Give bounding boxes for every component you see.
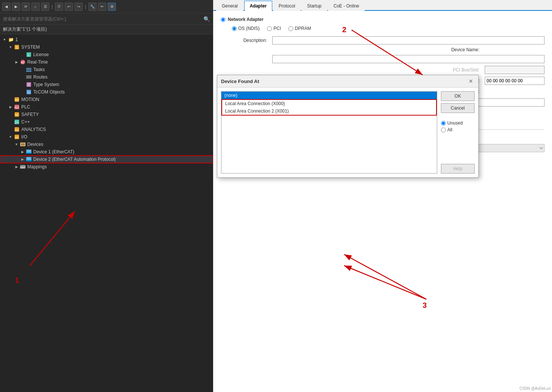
toolbar-redo[interactable]: ↪ [74, 3, 83, 11]
pci-option[interactable]: PCI [267, 26, 281, 31]
solution-title: 解决方案"1"(1 个项目) [3, 27, 47, 32]
all-radio[interactable] [441, 128, 446, 132]
solution-header: 解决方案"1"(1 个项目) [0, 25, 213, 34]
toolbar-settings[interactable]: ⚙ [108, 3, 116, 11]
tree-item-analytics[interactable]: ANA ANALYTICS [0, 126, 213, 133]
tab-coe-online[interactable]: CoE - Online [328, 1, 365, 11]
tree-icon-io: I/O [13, 134, 20, 140]
dialog-list-item-lac1[interactable]: Local Area Connection (X000) [221, 99, 437, 107]
toolbar-clock[interactable]: ⏱ [55, 3, 63, 11]
pci-bus-label: PCI Bus/Slot: [272, 67, 482, 73]
search-icon: 🔍 [203, 16, 210, 22]
tree-item-device2[interactable]: ▶ Device 2 (EtherCAT Automation Protocol… [0, 156, 213, 163]
toolbar-history[interactable]: ↩ [65, 3, 73, 11]
tree-item-io[interactable]: ▼ I/O I/O [0, 133, 213, 141]
dialog-cancel-button[interactable]: Cancel [441, 103, 475, 113]
dialog-list-item-lac2[interactable]: Local Area Connection 2 (X001) [221, 107, 437, 116]
tree-label-realtime: Real-Time [27, 59, 48, 65]
tree-icon-motion: MO [13, 97, 20, 102]
tree-item-cpp[interactable]: C++ C++ [0, 118, 213, 126]
tree-label-safety: SAFETY [21, 112, 39, 117]
unused-radio[interactable] [441, 121, 446, 126]
svg-text:MAP: MAP [20, 166, 26, 169]
svg-text:SF: SF [15, 114, 19, 116]
tree-item-tccom[interactable]: TC TcCOM Objects [0, 88, 213, 96]
tree-label-device1: Device 1 (EtherCAT) [33, 149, 74, 154]
search-input[interactable] [3, 16, 201, 22]
tree-icon-mappings: MAP [19, 164, 26, 170]
dialog-title-bar: Device Found At ✕ [217, 75, 478, 88]
tree-label-typesystem: Type System [33, 82, 59, 87]
svg-text:PLC: PLC [14, 106, 19, 109]
tree-arrow-root: ▼ [1, 38, 7, 42]
tab-general[interactable]: General [216, 1, 243, 11]
dialog-help-button[interactable]: Help [441, 164, 475, 174]
tree-arrow-system: ▼ [7, 45, 13, 49]
tree-label-mappings: Mappings [27, 164, 47, 169]
tree-item-root[interactable]: ▼ 📁 1 [0, 36, 213, 43]
toolbar-tools[interactable]: 🔧 [88, 3, 96, 11]
dpram-radio[interactable] [288, 26, 293, 31]
pci-radio[interactable] [267, 26, 272, 31]
pci-bus-input[interactable] [485, 66, 545, 74]
dialog-list-item-none[interactable]: (none) [221, 92, 437, 99]
os-ndis-option[interactable]: OS (NDIS) [232, 26, 260, 31]
tab-adapter[interactable]: Adapter [244, 1, 272, 11]
tree-item-devices[interactable]: ▼ Devices [0, 141, 213, 148]
svg-text:C++: C++ [14, 121, 19, 124]
toolbar-menu[interactable]: ☰ [41, 3, 49, 11]
tree-arrow-realtime: ▶ [13, 60, 19, 64]
tree-arrow-plc: ▶ [7, 105, 13, 109]
device-name-input[interactable] [272, 55, 545, 63]
svg-text:TC: TC [27, 91, 30, 94]
network-adapter-radio[interactable] [221, 17, 226, 22]
tree-item-realtime[interactable]: ▶ RT Real-Time [0, 58, 213, 66]
tree-label-tccom: TcCOM Objects [33, 89, 65, 95]
mac-input[interactable] [485, 77, 545, 85]
svg-text:MO: MO [15, 99, 19, 101]
dialog-list[interactable]: (none) Local Area Connection (X000) Loca… [221, 91, 437, 174]
tree-item-device1[interactable]: ▶ Device 1 (EtherCAT) [0, 148, 213, 156]
toolbar-home[interactable]: ⌂ [31, 3, 40, 11]
all-option[interactable]: All [441, 127, 475, 132]
tree-arrow-device2: ▶ [19, 157, 25, 161]
unused-option[interactable]: Unused [441, 120, 475, 126]
network-adapter-section: Network Adapter [221, 17, 545, 22]
svg-text:L: L [28, 53, 30, 57]
tree-item-motion[interactable]: MO MOTION [0, 96, 213, 103]
tree-label-plc: PLC [21, 104, 30, 110]
svg-rect-8 [26, 71, 31, 72]
tree-item-plc[interactable]: ▶ PLC PLC [0, 103, 213, 111]
description-input[interactable] [272, 36, 545, 45]
svg-text:I/O: I/O [15, 136, 19, 139]
dialog-ok-button[interactable]: OK [441, 91, 475, 101]
tab-startup[interactable]: Startup [301, 1, 327, 11]
tree-item-mappings[interactable]: ▶ MAP Mappings [0, 163, 213, 171]
tree-item-safety[interactable]: SF SAFETY [0, 111, 213, 118]
toolbar-refresh[interactable]: ⟳ [22, 3, 30, 11]
toolbar-back[interactable]: ◀ [2, 3, 10, 11]
tree-icon-system: S [13, 44, 20, 50]
os-ndis-label: OS (NDIS) [238, 26, 260, 31]
dpram-option[interactable]: DPRAM [288, 26, 311, 31]
description-label: Description: [221, 38, 269, 43]
tree-item-license[interactable]: L License [0, 51, 213, 58]
os-ndis-radio[interactable] [232, 26, 237, 31]
tree-item-routes[interactable]: Routes [0, 73, 213, 81]
dialog-title: Device Found At [221, 79, 259, 84]
toolbar-edit-selected[interactable]: ✏ [98, 3, 106, 11]
tab-protocol[interactable]: Protocol [273, 1, 301, 11]
tree-icon-routes [25, 74, 32, 80]
tree-icon-device1 [25, 149, 32, 155]
network-adapter-label: Network Adapter [228, 17, 264, 22]
toolbar-forward[interactable]: ▶ [12, 3, 20, 11]
svg-rect-35 [26, 160, 31, 161]
tree-icon-tccom: TC [25, 89, 32, 95]
unused-label: Unused [447, 120, 463, 126]
dialog-close-button[interactable]: ✕ [467, 77, 475, 85]
adapter-type-group: OS (NDIS) PCI DPRAM [232, 26, 545, 31]
svg-rect-29 [21, 143, 25, 146]
tree-item-typesystem[interactable]: T Type System [0, 81, 213, 88]
tree-item-tasks[interactable]: Tasks [0, 66, 213, 73]
tree-item-system[interactable]: ▼ S SYSTEM [0, 43, 213, 51]
